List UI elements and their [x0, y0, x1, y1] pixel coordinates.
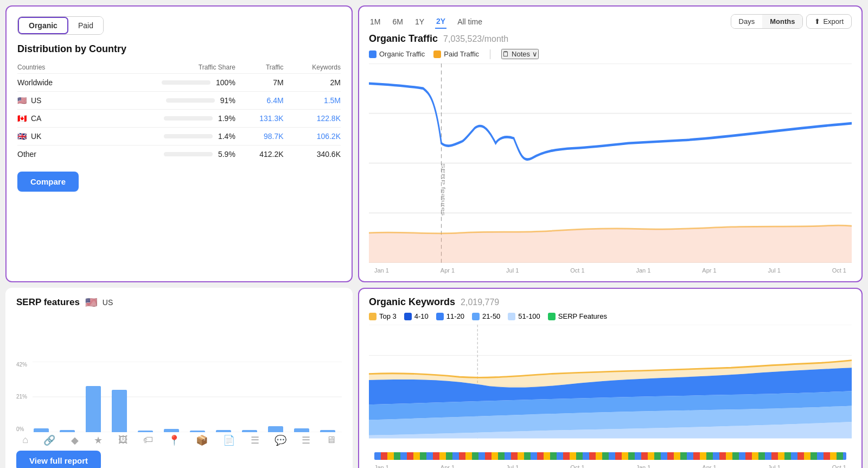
serp-title: SERP features	[16, 297, 80, 308]
compare-button[interactable]: Compare	[17, 172, 79, 192]
icon-list: ☰	[251, 434, 259, 446]
keywords-value[interactable]: 1.5M	[324, 96, 341, 105]
keywords-value-cell[interactable]: 1.5M	[284, 92, 341, 110]
serp-bar-10	[294, 428, 309, 432]
country-cell: 🇬🇧UK	[17, 128, 88, 146]
traffic-share-cell: 1.9%	[88, 110, 235, 128]
time-1y[interactable]: 1Y	[414, 15, 425, 28]
organic-legend-label: Organic Traffic	[379, 50, 425, 58]
traffic-share-cell: 91%	[88, 92, 235, 110]
days-btn[interactable]: Days	[731, 15, 763, 28]
x-label-4: Jan 1	[636, 267, 650, 274]
traffic-value[interactable]: 131.3K	[259, 114, 283, 123]
x-label-0: Jan 1	[374, 267, 389, 274]
x-label-5: Apr 1	[702, 267, 716, 274]
keywords-legend: Top 34-1011-2021-5051-100SERP Features	[369, 312, 852, 320]
icon-doc: 📄	[223, 434, 235, 446]
keywords-value[interactable]: 106.2K	[317, 132, 341, 141]
kw-legend-label: 21-50	[482, 312, 500, 320]
keywords-value: 2M	[330, 78, 341, 87]
country-name: Worldwide	[17, 78, 53, 87]
kw-legend-11-20: 11-20	[436, 312, 464, 320]
country-row: 🇬🇧UK1.4%98.7K106.2K	[17, 128, 341, 146]
traffic-bar	[164, 152, 213, 156]
serp-bar-4	[138, 431, 153, 432]
share-pct: 1.9%	[218, 114, 235, 123]
traffic-bar	[164, 116, 213, 121]
serp-bar-8	[242, 430, 257, 432]
traffic-value[interactable]: 6.4M	[266, 96, 283, 105]
country-name: US	[31, 96, 41, 105]
traffic-bar	[164, 134, 213, 138]
x-label-7: Oct 1	[832, 267, 846, 274]
traffic-value-cell: 7M	[235, 74, 284, 92]
export-icon: ⬆	[814, 17, 820, 26]
time-1m[interactable]: 1M	[369, 15, 381, 28]
x-label-2: Jul 1	[506, 267, 519, 274]
months-btn[interactable]: Months	[762, 15, 802, 28]
icon-box: 📦	[196, 434, 208, 446]
traffic-value-cell[interactable]: 98.7K	[235, 128, 284, 146]
y-label-21: 21%	[16, 394, 27, 400]
kw-x-label-6: Jul 1	[768, 464, 781, 469]
serp-bar-3	[112, 390, 127, 432]
time-2y[interactable]: 2Y	[435, 15, 446, 29]
export-button[interactable]: ⬆ Export	[806, 14, 852, 29]
export-label: Export	[823, 17, 844, 26]
kw-legend-box	[436, 313, 444, 320]
icon-link: 🔗	[43, 434, 55, 446]
paid-tab[interactable]: Paid	[68, 17, 103, 34]
country-name: UK	[31, 132, 41, 141]
serp-title-row: SERP features 🇺🇸 US	[16, 296, 342, 308]
view-full-report-button[interactable]: View full report	[16, 451, 101, 469]
serp-region: US	[103, 298, 113, 307]
kw-x-label-0: Jan 1	[374, 464, 389, 469]
icon-image: 🖼	[118, 434, 128, 446]
keywords-value-cell[interactable]: 106.2K	[284, 128, 341, 146]
us-flag-icon: 🇺🇸	[85, 296, 97, 308]
traffic-value: 412.2K	[259, 150, 283, 159]
organic-tab[interactable]: Organic	[18, 17, 68, 34]
kw-x-label-5: Apr 1	[702, 464, 716, 469]
y-label-0: 0%	[16, 426, 27, 432]
country-cell: 🇺🇸US	[17, 92, 88, 110]
traffic-title: Organic Traffic	[369, 33, 438, 45]
icon-home: ⌂	[22, 434, 28, 446]
icon-list2: ☰	[302, 434, 310, 446]
share-pct: 5.9%	[218, 150, 235, 159]
serp-chart-area: 42% 21% 0% ⌂ 🔗 ◆ ★ 🖼	[16, 313, 342, 446]
time-6m[interactable]: 6M	[391, 15, 404, 28]
country-cell: 🇨🇦CA	[17, 110, 88, 128]
paid-legend-item: Paid Traffic	[433, 50, 479, 58]
notes-chevron: ∨	[532, 50, 538, 58]
keywords-chart-svg: 2.2M 1.7M 1.1M 554K 0	[369, 325, 852, 448]
keywords-value[interactable]: 122.8K	[317, 114, 341, 123]
country-row: Other5.9%412.2K340.6K	[17, 146, 341, 163]
kw-legend-box	[548, 313, 556, 320]
traffic-value-cell[interactable]: 131.3K	[235, 110, 284, 128]
traffic-bar	[166, 98, 215, 103]
paid-legend-label: Paid Traffic	[444, 50, 479, 58]
organic-legend-item: Organic Traffic	[369, 50, 425, 58]
keywords-chart-container: 2.2M 1.7M 1.1M 554K 0	[369, 325, 852, 448]
kw-legend-label: 11-20	[446, 312, 464, 320]
x-label-3: Oct 1	[570, 267, 584, 274]
icon-video: 🖥	[326, 434, 336, 446]
time-alltime[interactable]: All time	[456, 15, 483, 28]
notes-button[interactable]: 🗒 Notes ∨	[501, 49, 539, 59]
keywords-value-cell[interactable]: 122.8K	[284, 110, 341, 128]
kw-legend-21-50: 21-50	[472, 312, 500, 320]
traffic-value-cell[interactable]: 6.4M	[235, 92, 284, 110]
traffic-chart-title-row: Organic Traffic 7,035,523/month	[369, 33, 852, 45]
traffic-value[interactable]: 98.7K	[264, 132, 284, 141]
kw-legend-box	[472, 313, 480, 320]
keywords-value-cell: 340.6K	[284, 146, 341, 163]
serp-panel: SERP features 🇺🇸 US 42% 21% 0%	[5, 288, 353, 468]
flag-icon: 🇺🇸	[17, 96, 27, 105]
x-label-1: Apr 1	[441, 267, 455, 274]
distribution-title: Distribution by Country	[17, 43, 341, 55]
col-traffic: Traffic	[235, 61, 284, 74]
kw-legend-51-100: 51-100	[508, 312, 540, 320]
traffic-chart-container: SERP features 11M 8.3M 5.5M 2.8M 0	[369, 64, 852, 263]
keywords-title-row: Organic Keywords 2,019,779	[369, 296, 852, 308]
